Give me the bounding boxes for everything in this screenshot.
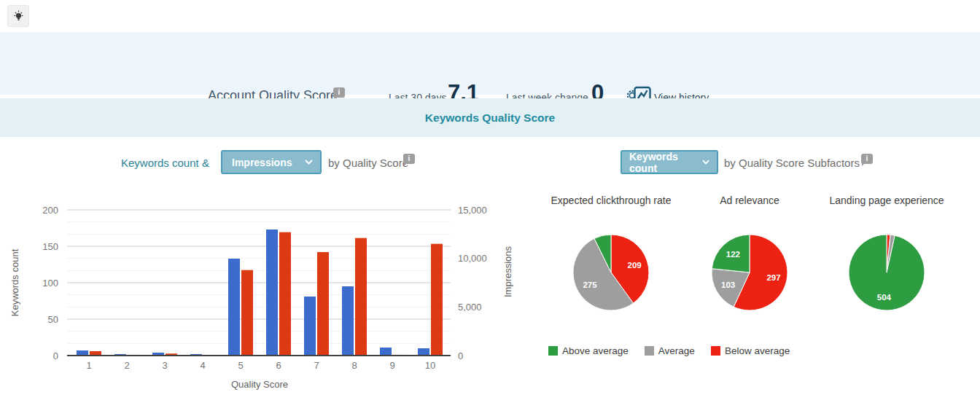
quality-score-dashboard: Account Quality Score i Last 30 days 7.1… <box>0 0 980 400</box>
right-axis-tick: 15,000 <box>458 205 487 216</box>
section-title: Keywords Quality Score <box>425 111 555 124</box>
quality-score-bar-chart[interactable]: 1234567891005010015020005,00010,00015,00… <box>0 182 532 400</box>
x-tick-label: 10 <box>425 360 435 371</box>
left-axis-title: Keywords count <box>9 248 20 316</box>
left-axis-tick: 150 <box>42 241 58 252</box>
x-tick-label: 5 <box>238 360 243 371</box>
account-quality-score-band: Account Quality Score i Last 30 days 7.1… <box>0 32 980 95</box>
legend-swatch <box>548 346 558 356</box>
chevron-down-icon <box>702 160 709 165</box>
right-axis-tick: 0 <box>458 350 463 361</box>
pie-legend: Above averageAverageBelow average <box>548 345 790 356</box>
x-tick-label: 7 <box>314 360 319 371</box>
x-tick-label: 3 <box>162 360 167 371</box>
ideas-button[interactable] <box>7 5 29 27</box>
left-axis-tick: 0 <box>53 350 58 361</box>
x-tick-label: 4 <box>200 360 205 371</box>
legend-swatch <box>645 346 654 356</box>
select-value: Impressions <box>232 157 292 168</box>
info-icon[interactable]: i <box>333 87 345 98</box>
pie-title: Ad relevance <box>720 195 779 206</box>
lightbulb-icon <box>12 10 25 23</box>
legend-label: Average <box>658 345 695 356</box>
select-value: Keywords count <box>629 151 702 174</box>
right-axis-tick: 10,000 <box>458 253 487 264</box>
x-tick-label: 8 <box>351 360 357 371</box>
left-axis-tick: 200 <box>42 205 58 216</box>
keywords-quality-score-band: Keywords Quality Score <box>0 98 980 137</box>
x-axis-title: Quality Score <box>231 379 288 390</box>
x-tick-label: 2 <box>124 360 129 371</box>
left-axis-tick: 50 <box>48 314 58 325</box>
by-subfactors-label: by Quality Score Subfactors <box>724 157 860 169</box>
pie-slice-label: 122 <box>726 250 740 259</box>
subfactor-pie-charts[interactable]: Expected clickthrough rate209275Ad relev… <box>532 191 980 337</box>
legend-label: Above average <box>562 345 629 356</box>
left-axis-tick: 100 <box>42 278 58 289</box>
legend-item: Below average <box>711 345 790 356</box>
impressions-metric-select[interactable]: Impressions <box>221 150 322 174</box>
pie-slice-label: 504 <box>877 293 892 302</box>
legend-item: Average <box>645 345 695 356</box>
info-icon[interactable]: i <box>861 154 873 164</box>
legend-item: Above average <box>548 345 629 356</box>
legend-label: Below average <box>725 345 790 356</box>
legend-swatch <box>711 346 720 356</box>
pie-title: Expected clickthrough rate <box>551 195 672 206</box>
pie-slice-label: 297 <box>766 273 780 282</box>
info-icon[interactable]: i <box>403 154 415 164</box>
right-axis-title: Impressions <box>502 246 513 297</box>
x-tick-label: 9 <box>389 360 394 371</box>
pie-title: Landing page experience <box>829 195 944 206</box>
x-tick-label: 1 <box>86 360 91 371</box>
subfactor-metric-select[interactable]: Keywords count <box>621 150 718 174</box>
keywords-count-prefix-label: Keywords count & <box>121 157 209 169</box>
chevron-down-icon <box>305 160 313 165</box>
pie-slice-label: 275 <box>583 281 597 289</box>
pie-slice-label: 209 <box>628 261 642 270</box>
right-axis-tick: 5,000 <box>458 302 482 313</box>
pie-slice-label: 103 <box>721 281 735 289</box>
by-quality-score-label: by Quality Score <box>328 157 408 169</box>
x-tick-label: 6 <box>276 360 281 371</box>
